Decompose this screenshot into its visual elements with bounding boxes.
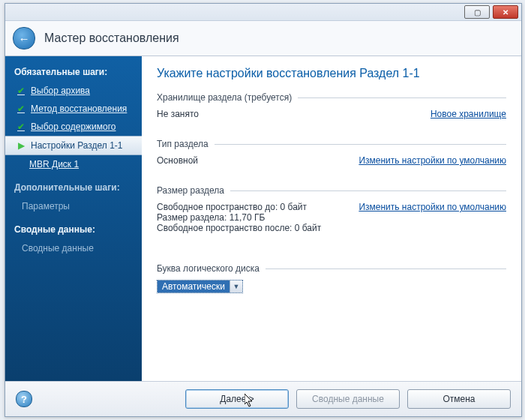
next-button[interactable]: Далее > xyxy=(185,389,289,409)
page-title: Мастер восстановления xyxy=(44,32,179,45)
sidebar-item-label: Выбор архива xyxy=(31,86,90,96)
summary-button[interactable]: Сводные данные xyxy=(296,389,400,409)
sidebar-heading-optional: Дополнительные шаги: xyxy=(5,179,142,197)
sidebar-item-label: Параметры xyxy=(22,201,70,212)
sidebar-item-summary[interactable]: Сводные данные xyxy=(5,239,142,257)
group-psize: Размер раздела xyxy=(157,185,506,196)
button-label: Далее > xyxy=(220,394,254,404)
maximize-button[interactable]: ▢ xyxy=(464,5,490,19)
cancel-button[interactable]: Отмена xyxy=(407,389,511,409)
help-icon: ? xyxy=(21,394,27,405)
sidebar-item-label: Сводные данные xyxy=(22,243,94,254)
chevron-down-icon[interactable]: ▼ xyxy=(230,280,242,292)
psize-size: Размер раздела: 11,70 ГБ xyxy=(157,212,321,223)
check-icon: ✔ xyxy=(16,104,26,114)
storage-new-link[interactable]: Новое хранилище xyxy=(430,109,506,119)
sidebar-item-label: Выбор содержимого xyxy=(31,122,116,132)
group-storage: Хранилище раздела (требуется) xyxy=(157,92,506,103)
back-arrow-icon: ← xyxy=(19,32,30,45)
main-panel: Укажите настройки восстановления Раздел … xyxy=(142,56,521,381)
sidebar-item-params[interactable]: Параметры xyxy=(5,197,142,215)
main-heading: Укажите настройки восстановления Раздел … xyxy=(157,67,506,80)
header: ← Мастер восстановления xyxy=(5,21,521,56)
sidebar-item-label: Метод восстановления xyxy=(31,104,127,114)
sidebar-item-archive[interactable]: ✔ Выбор архива xyxy=(5,82,142,100)
sidebar: Обязательные шаги: ✔ Выбор архива ✔ Мето… xyxy=(5,56,142,381)
sidebar-item-mbr[interactable]: MBR Диск 1 xyxy=(5,155,142,173)
group-letter: Буква логического диска xyxy=(157,263,506,274)
sidebar-item-label: MBR Диск 1 xyxy=(29,159,79,170)
back-button[interactable]: ← xyxy=(13,27,35,50)
group-ptype: Тип раздела xyxy=(157,139,506,149)
check-icon: ✔ xyxy=(16,122,26,132)
title-bar: ▢ ✕ xyxy=(5,4,521,21)
sidebar-item-contents[interactable]: ✔ Выбор содержимого xyxy=(5,118,142,136)
psize-change-link[interactable]: Изменить настройки по умолчанию xyxy=(358,202,506,212)
sidebar-item-method[interactable]: ✔ Метод восстановления xyxy=(5,100,142,118)
sidebar-item-label: Настройки Раздел 1-1 xyxy=(31,140,123,151)
psize-after: Свободное пространство после: 0 байт xyxy=(157,223,321,233)
storage-value: Не занято xyxy=(157,109,199,119)
ptype-value: Основной xyxy=(157,155,198,166)
drive-letter-combo[interactable]: Автоматически ▼ xyxy=(157,280,243,293)
wizard-window: ▢ ✕ ← Мастер восстановления Обязательные… xyxy=(4,3,522,417)
footer: ? Далее > Сводные данные Отмена xyxy=(5,381,521,416)
sidebar-heading-summary: Сводные данные: xyxy=(5,221,142,239)
check-icon: ✔ xyxy=(16,86,26,96)
body: Обязательные шаги: ✔ Выбор архива ✔ Мето… xyxy=(5,56,521,381)
help-button[interactable]: ? xyxy=(16,391,32,407)
ptype-change-link[interactable]: Изменить настройки по умолчанию xyxy=(358,155,506,166)
psize-before: Свободное пространство до: 0 байт xyxy=(157,202,321,212)
button-label: Сводные данные xyxy=(312,394,384,404)
sidebar-heading-required: Обязательные шаги: xyxy=(5,64,142,82)
drive-letter-value: Автоматически xyxy=(158,280,230,292)
maximize-icon: ▢ xyxy=(474,8,481,16)
button-label: Отмена xyxy=(442,394,475,404)
close-button[interactable]: ✕ xyxy=(493,5,518,19)
arrow-right-icon: ▶ xyxy=(16,140,26,151)
sidebar-item-partition-settings[interactable]: ▶ Настройки Раздел 1-1 xyxy=(5,136,142,155)
close-icon: ✕ xyxy=(502,8,508,16)
